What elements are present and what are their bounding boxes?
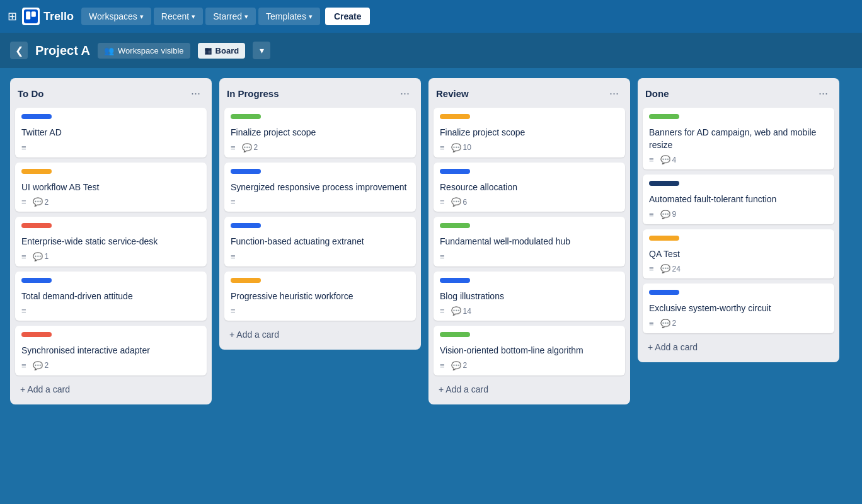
card-label bbox=[440, 332, 470, 337]
card-label bbox=[649, 290, 679, 295]
comment-icon: 💬 14 bbox=[451, 306, 471, 316]
add-card-button-review[interactable]: + Add a card bbox=[434, 381, 625, 398]
card[interactable]: QA Test≡💬 24 bbox=[643, 229, 834, 279]
templates-button[interactable]: Templates ▾ bbox=[258, 8, 320, 25]
comment-count: 2 bbox=[45, 361, 49, 370]
card-title: Synchronised interactive adapter bbox=[21, 345, 200, 357]
card[interactable]: Banners for AD campaign, web and mobile … bbox=[643, 108, 834, 169]
column-menu-button-review[interactable]: ··· bbox=[606, 86, 623, 101]
card-footer: ≡💬 2 bbox=[649, 319, 828, 328]
card-label bbox=[21, 278, 52, 283]
column-menu-button-todo[interactable]: ··· bbox=[187, 86, 204, 101]
card[interactable]: Automated fault-tolerant function≡💬 9 bbox=[643, 175, 834, 224]
card[interactable]: Resource allocation≡💬 6 bbox=[434, 163, 625, 212]
card-title: Function-based actuating extranet bbox=[231, 236, 410, 248]
card-footer: ≡💬 2 bbox=[21, 361, 200, 370]
description-icon: ≡ bbox=[231, 306, 236, 316]
visibility-icon: 👥 bbox=[104, 46, 114, 55]
card-footer: ≡💬 2 bbox=[231, 143, 410, 152]
column-header-todo: To Do··· bbox=[15, 84, 207, 103]
column-review: Review···Finalize project scope≡💬 10Reso… bbox=[428, 78, 630, 404]
card-title: Blog illustrations bbox=[440, 290, 619, 303]
card-footer: ≡💬 2 bbox=[21, 197, 200, 207]
card-footer: ≡💬 24 bbox=[649, 264, 828, 273]
workspaces-button[interactable]: Workspaces ▾ bbox=[81, 8, 151, 25]
column-header-inprogress: In Progress··· bbox=[224, 84, 416, 103]
board-view-icon: ▦ bbox=[204, 46, 212, 55]
card[interactable]: Vision-oriented bottom-line algorithm≡💬 … bbox=[434, 326, 625, 375]
comment-count: 9 bbox=[672, 210, 677, 219]
card[interactable]: Twitter AD≡ bbox=[15, 108, 207, 158]
column-inprogress: In Progress···Finalize project scope≡💬 2… bbox=[219, 78, 421, 350]
card-label bbox=[649, 114, 679, 119]
card-footer: ≡💬 1 bbox=[21, 252, 200, 261]
card[interactable]: Blog illustrations≡💬 14 bbox=[434, 272, 625, 321]
card[interactable]: Progressive heuristic workforce≡ bbox=[224, 272, 416, 321]
add-card-button-todo[interactable]: + Add a card bbox=[15, 381, 207, 398]
comment-count: 2 bbox=[45, 198, 49, 207]
description-icon: ≡ bbox=[440, 197, 445, 207]
column-menu-button-inprogress[interactable]: ··· bbox=[396, 86, 413, 101]
comment-count: 1 bbox=[45, 252, 49, 261]
card[interactable]: Finalize project scope≡💬 2 bbox=[224, 108, 416, 158]
comment-count: 6 bbox=[463, 198, 468, 207]
comment-count: 24 bbox=[672, 265, 681, 273]
visibility-button[interactable]: 👥 Workspace visible bbox=[98, 43, 190, 59]
comment-icon: 💬 10 bbox=[451, 143, 471, 152]
grid-icon[interactable]: ⊞ bbox=[8, 9, 17, 23]
board-content: To Do···Twitter AD≡UI workflow AB Test≡💬… bbox=[0, 68, 862, 504]
card[interactable]: Enterprise-wide static service-desk≡💬 1 bbox=[15, 217, 207, 266]
comment-count: 14 bbox=[463, 307, 471, 316]
description-icon: ≡ bbox=[231, 143, 236, 152]
card[interactable]: Total demand-driven attitude≡ bbox=[15, 272, 207, 321]
starred-chevron: ▾ bbox=[244, 13, 248, 21]
card-label bbox=[21, 114, 52, 119]
card[interactable]: Synergized responsive process improvemen… bbox=[224, 163, 416, 212]
board-view-button[interactable]: ▦ Board bbox=[198, 43, 246, 59]
comment-icon: 💬 9 bbox=[660, 210, 677, 219]
card[interactable]: Function-based actuating extranet≡ bbox=[224, 217, 416, 266]
create-button[interactable]: Create bbox=[325, 8, 371, 25]
svg-rect-2 bbox=[32, 11, 36, 17]
card-label bbox=[440, 169, 470, 174]
board-header-chevron-icon: ▾ bbox=[260, 45, 264, 55]
card-title: QA Test bbox=[649, 248, 828, 261]
comment-icon: 💬 2 bbox=[242, 143, 258, 152]
card-footer: ≡ bbox=[231, 306, 410, 316]
logo[interactable]: Trello bbox=[22, 8, 74, 25]
card-footer: ≡💬 6 bbox=[440, 197, 619, 207]
card-footer: ≡💬 14 bbox=[440, 306, 619, 316]
column-menu-button-done[interactable]: ··· bbox=[815, 86, 832, 101]
card[interactable]: Exclusive system-worthy circuit≡💬 2 bbox=[643, 284, 834, 333]
card[interactable]: Synchronised interactive adapter≡💬 2 bbox=[15, 326, 207, 375]
starred-button[interactable]: Starred ▾ bbox=[205, 8, 256, 25]
sidebar-toggle-icon: ❮ bbox=[15, 45, 23, 57]
description-icon: ≡ bbox=[440, 143, 445, 152]
add-card-button-done[interactable]: + Add a card bbox=[643, 338, 834, 356]
comment-icon: 💬 6 bbox=[451, 197, 468, 207]
card-title: Exclusive system-worthy circuit bbox=[649, 302, 828, 315]
column-header-done: Done··· bbox=[643, 84, 834, 103]
card[interactable]: UI workflow AB Test≡💬 2 bbox=[15, 163, 207, 212]
column-header-review: Review··· bbox=[434, 84, 625, 103]
navbar: ⊞ Trello Workspaces ▾ Recent ▾ Starred ▾… bbox=[0, 0, 862, 33]
card-title: Automated fault-tolerant function bbox=[649, 193, 828, 206]
card-label bbox=[21, 169, 52, 174]
board-header-chevron-button[interactable]: ▾ bbox=[253, 42, 270, 59]
card[interactable]: Fundamental well-modulated hub≡ bbox=[434, 217, 625, 266]
comment-count: 4 bbox=[672, 156, 677, 164]
description-icon: ≡ bbox=[21, 252, 26, 261]
card-footer: ≡ bbox=[440, 252, 619, 261]
column-title-inprogress: In Progress bbox=[227, 88, 279, 99]
svg-rect-1 bbox=[26, 11, 30, 20]
card-label bbox=[440, 223, 470, 228]
add-card-button-inprogress[interactable]: + Add a card bbox=[224, 326, 416, 343]
comment-count: 2 bbox=[672, 319, 677, 328]
card[interactable]: Finalize project scope≡💬 10 bbox=[434, 108, 625, 158]
card-title: Progressive heuristic workforce bbox=[231, 290, 410, 303]
description-icon: ≡ bbox=[649, 210, 654, 219]
sidebar-toggle-button[interactable]: ❮ bbox=[10, 42, 28, 59]
card-label bbox=[231, 169, 261, 174]
card-label bbox=[649, 236, 679, 241]
recent-button[interactable]: Recent ▾ bbox=[154, 8, 203, 25]
